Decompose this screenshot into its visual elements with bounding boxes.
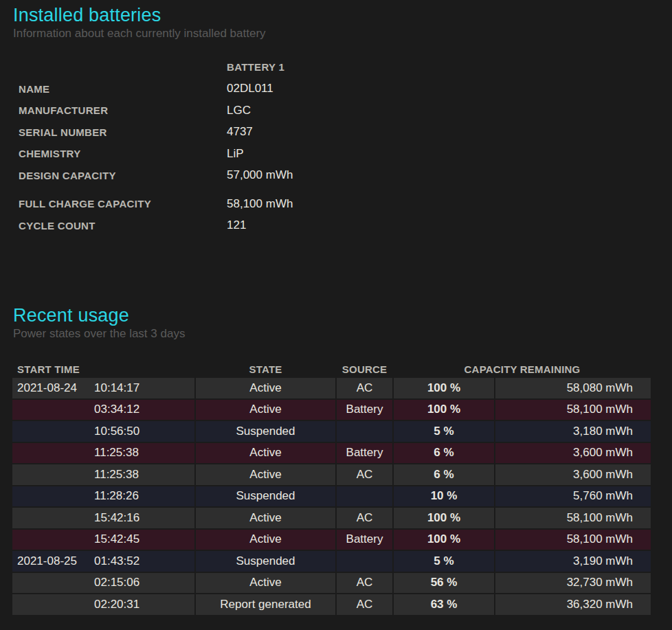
source-cell: [337, 486, 392, 507]
start-clock: 02:20:31: [94, 598, 139, 611]
capacity-percent-cell: 6 %: [394, 464, 494, 485]
battery-column-header-row: BATTERY 1: [19, 56, 672, 78]
start-clock: 11:28:26: [94, 489, 139, 503]
battery-info-table: BATTERY 1 NAME 02DL011 MANUFACTURER LGC …: [19, 56, 672, 236]
capacity-mwh-cell: 32,730 mWh: [495, 573, 651, 594]
capacity-percent-cell: 100 %: [394, 530, 494, 550]
field-value-design-capacity: 57,000 mWh: [227, 168, 293, 182]
start-time-cell: 15:42:16: [12, 508, 194, 528]
source-cell: Battery: [337, 443, 392, 464]
field-label-manufacturer: MANUFACTURER: [19, 104, 227, 116]
field-label-serial-number: SERIAL NUMBER: [19, 126, 227, 138]
capacity-percent-cell: 5 %: [394, 551, 494, 572]
field-value-name: 02DL011: [227, 82, 273, 95]
start-time-cell: 02:15:06: [12, 573, 194, 594]
start-clock: 15:42:16: [94, 511, 139, 525]
start-clock: 02:15:06: [94, 576, 139, 589]
field-value-full-charge-capacity: 58,100 mWh: [227, 197, 293, 211]
source-cell: [337, 421, 392, 442]
capacity-mwh-cell: 58,080 mWh: [495, 378, 651, 398]
capacity-mwh-cell: 3,180 mWh: [495, 421, 651, 442]
state-cell: Active: [196, 464, 335, 485]
recent-usage-section: Recent usage Power states over the last …: [0, 304, 672, 616]
field-label-chemistry: CHEMISTRY: [19, 148, 227, 159]
capacity-percent-cell: 100 %: [394, 400, 494, 420]
source-cell: AC: [337, 594, 392, 615]
installed-batteries-subtitle: Information about each currently install…: [13, 26, 672, 41]
capacity-mwh-cell: 58,100 mWh: [495, 508, 651, 528]
battery-column-header: BATTERY 1: [227, 61, 284, 73]
usage-table-body: 2021-08-2410:14:17ActiveAC100 %58,080 mW…: [12, 378, 651, 615]
usage-table-header: START TIME STATE SOURCE CAPACITY REMAINI…: [12, 361, 651, 376]
start-time-cell: 11:25:38: [12, 443, 194, 464]
start-time-cell: 11:28:26: [12, 486, 194, 507]
usage-row: 10:56:50Suspended5 %3,180 mWh: [12, 421, 651, 442]
field-label-design-capacity: DESIGN CAPACITY: [19, 170, 227, 181]
start-clock: 01:43:52: [94, 554, 139, 568]
source-cell: AC: [337, 464, 392, 485]
state-cell: Active: [196, 508, 335, 528]
battery-field-row: CYCLE COUNT 121: [19, 215, 672, 237]
source-cell: AC: [337, 508, 392, 528]
field-value-chemistry: LiP: [227, 147, 244, 161]
capacity-mwh-cell: 3,600 mWh: [495, 464, 651, 485]
recent-usage-subtitle: Power states over the last 3 days: [13, 326, 672, 341]
capacity-percent-cell: 100 %: [394, 378, 494, 398]
start-clock: 03:34:12: [94, 403, 139, 416]
capacity-percent-cell: 63 %: [394, 594, 494, 615]
usage-table: START TIME STATE SOURCE CAPACITY REMAINI…: [11, 360, 652, 616]
start-clock: 15:42:45: [94, 532, 139, 546]
state-cell: Report generated: [196, 594, 335, 615]
start-time-cell: 02:20:31: [12, 594, 194, 615]
battery-report-page: { "colors": { "page-bg": "#1b1b1b", "acc…: [0, 0, 672, 630]
state-cell: Suspended: [196, 551, 335, 572]
usage-row: 11:25:38ActiveBattery6 %3,600 mWh: [12, 443, 651, 464]
installed-batteries-section: Installed batteries Information about ea…: [0, 0, 672, 236]
field-value-cycle-count: 121: [227, 218, 246, 232]
start-time-cell: 03:34:12: [12, 400, 194, 420]
capacity-percent-cell: 10 %: [394, 486, 494, 507]
capacity-percent-cell: 6 %: [394, 443, 494, 464]
source-cell: Battery: [337, 400, 392, 420]
capacity-mwh-cell: 58,100 mWh: [495, 530, 651, 550]
state-cell: Active: [196, 378, 335, 398]
start-date: 2021-08-24: [12, 381, 94, 395]
usage-header-row: START TIME STATE SOURCE CAPACITY REMAINI…: [12, 361, 651, 376]
field-label-cycle-count: CYCLE COUNT: [19, 220, 227, 232]
start-clock: 11:25:38: [94, 468, 139, 482]
usage-row: 2021-08-2501:43:52Suspended5 %3,190 mWh: [12, 551, 651, 572]
capacity-mwh-cell: 58,100 mWh: [495, 400, 651, 420]
capacity-mwh-cell: 3,190 mWh: [495, 551, 651, 572]
field-label-full-charge-capacity: FULL CHARGE CAPACITY: [19, 198, 227, 210]
start-time-cell: 2021-08-2501:43:52: [12, 551, 194, 572]
battery-field-row: SERIAL NUMBER 4737: [19, 122, 672, 144]
column-header-start-time: START TIME: [12, 361, 194, 376]
column-header-state: STATE: [196, 361, 335, 376]
usage-row: 11:25:38ActiveAC6 %3,600 mWh: [12, 464, 651, 485]
start-clock: 10:14:17: [94, 381, 139, 395]
battery-field-row: NAME 02DL011: [19, 78, 672, 100]
battery-field-row: MANUFACTURER LGC: [19, 100, 672, 122]
start-time-cell: 11:25:38: [12, 464, 194, 485]
capacity-percent-cell: 56 %: [394, 573, 494, 594]
state-cell: Active: [196, 443, 335, 464]
start-time-cell: 15:42:45: [12, 530, 194, 550]
field-label-name: NAME: [19, 83, 227, 95]
usage-row: 2021-08-2410:14:17ActiveAC100 %58,080 mW…: [12, 378, 651, 398]
state-cell: Suspended: [196, 421, 335, 442]
installed-batteries-title: Installed batteries: [13, 4, 672, 26]
recent-usage-title: Recent usage: [13, 304, 672, 326]
usage-row: 02:20:31Report generatedAC63 %36,320 mWh: [12, 594, 651, 615]
usage-row: 11:28:26Suspended10 %5,760 mWh: [12, 486, 651, 507]
capacity-mwh-cell: 5,760 mWh: [495, 486, 651, 507]
battery-field-row: DESIGN CAPACITY 57,000 mWh: [19, 165, 672, 187]
source-cell: [337, 551, 392, 572]
capacity-mwh-cell: 3,600 mWh: [495, 443, 651, 464]
state-cell: Active: [196, 400, 335, 420]
start-time-cell: 2021-08-2410:14:17: [12, 378, 194, 398]
capacity-percent-cell: 5 %: [394, 421, 494, 442]
capacity-percent-cell: 100 %: [394, 508, 494, 528]
state-cell: Active: [196, 530, 335, 550]
field-value-serial-number: 4737: [227, 125, 253, 139]
start-date: 2021-08-25: [12, 554, 94, 568]
